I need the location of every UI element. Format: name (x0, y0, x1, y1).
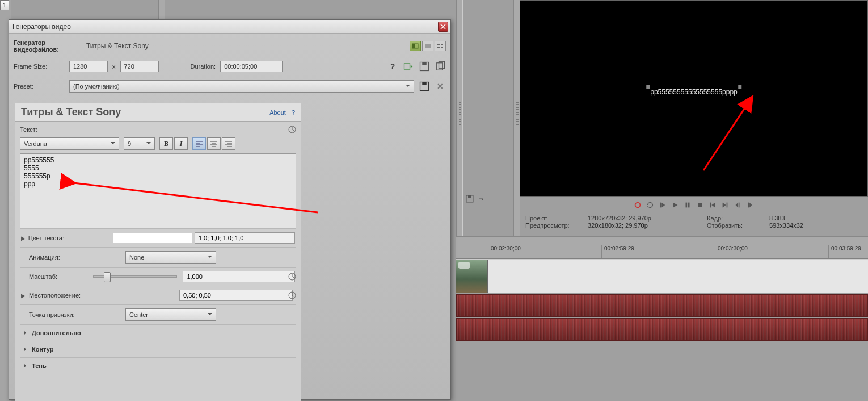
section-outline[interactable]: Контур (20, 341, 296, 357)
align-left-button[interactable] (192, 137, 206, 150)
play-start-button[interactable] (658, 200, 667, 210)
save-preset-icon[interactable] (419, 61, 430, 72)
keyframe-clock-icon[interactable] (288, 273, 296, 281)
play-button[interactable] (671, 200, 680, 210)
expand-arrow[interactable]: ▶ (21, 235, 26, 241)
audio-clip-1[interactable] (456, 294, 868, 317)
view-mode-list[interactable] (422, 41, 433, 51)
keyframe-clock-icon[interactable] (288, 126, 296, 133)
location-label: Местоположение: (29, 292, 179, 299)
stop-button[interactable] (696, 200, 705, 210)
view-mode-toggle (410, 41, 446, 51)
audio-clip-2[interactable] (456, 318, 868, 341)
svg-rect-13 (437, 44, 440, 45)
chevron-right-icon (24, 347, 28, 352)
video-track[interactable] (456, 259, 868, 293)
svg-rect-5 (688, 203, 690, 208)
frame-height-input[interactable] (120, 61, 159, 72)
font-select[interactable]: Verdana (20, 137, 119, 150)
pause-button[interactable] (683, 200, 692, 210)
expand-arrow[interactable]: ▶ (21, 293, 27, 299)
scale-slider[interactable] (93, 275, 177, 278)
chevron-down-icon (208, 254, 212, 261)
section-outline-label: Контур (32, 346, 53, 353)
animation-select[interactable]: None (125, 251, 216, 264)
preview-title-overlay[interactable]: pp55555555555555555pppp (648, 87, 740, 97)
help-icon[interactable]: ? (387, 61, 398, 72)
align-group (192, 137, 235, 150)
record-button[interactable] (633, 200, 642, 210)
section-more[interactable]: Дополнительно (20, 324, 296, 341)
apply-media-icon[interactable] (403, 61, 414, 72)
chevron-down-icon (111, 140, 115, 148)
save-icon[interactable] (465, 194, 474, 203)
preview-status: Проект: 1280x720x32; 29,970p Кадр: 8 383… (520, 214, 868, 230)
step-fwd-button[interactable] (745, 200, 755, 210)
view-mode-grid[interactable] (435, 41, 446, 51)
font-size-value: 9 (128, 140, 131, 147)
delete-preset-button[interactable]: ✕ (435, 82, 446, 91)
text-color-swatch[interactable] (113, 233, 193, 243)
transport-controls (520, 199, 868, 211)
mini-toolbar (465, 194, 486, 203)
ruler-mark: 00:03:59;29 (828, 245, 861, 258)
splitter-vert-1[interactable] (158, 0, 165, 20)
go-end-button[interactable] (720, 200, 730, 210)
preview-label: Предпросмотр: (525, 222, 582, 229)
svg-rect-1 (468, 195, 471, 198)
step-back-button[interactable] (733, 200, 742, 210)
dialog-toolbar: Генератор видеофайлов: Титры & Текст Son… (9, 34, 450, 98)
preview-panel: pp55555555555555555pppp Проект: 1280x720… (520, 0, 868, 236)
track-number-box: 1 (0, 0, 9, 10)
display-value: 593x334x32 (769, 222, 837, 229)
frame-x: x (112, 63, 116, 70)
svg-rect-10 (748, 203, 749, 208)
duration-input[interactable] (220, 61, 283, 72)
copy-icon[interactable] (435, 61, 446, 72)
dialog-titlebar[interactable]: Генераторы видео (9, 20, 450, 34)
ruler-mark: 00:02:30;00 (488, 245, 521, 258)
view-mode-editor[interactable] (410, 41, 421, 51)
align-center-button[interactable] (207, 137, 221, 150)
preview-video: pp55555555555555555pppp (520, 0, 868, 197)
go-start-button[interactable] (708, 200, 717, 210)
loop-button[interactable] (646, 200, 655, 210)
frame-width-input[interactable] (69, 61, 108, 72)
effect-title: Титры & Текст Sony (21, 106, 269, 118)
ruler-mark: 00:02:59;29 (601, 245, 634, 258)
close-button[interactable] (438, 22, 448, 32)
scale-value[interactable] (183, 271, 295, 282)
italic-button[interactable]: I (174, 137, 188, 150)
svg-rect-3 (660, 203, 661, 208)
about-link[interactable]: About (269, 109, 286, 116)
project-label: Проект: (525, 215, 582, 222)
svg-rect-8 (727, 203, 728, 208)
timeline-ruler[interactable]: 00:02:30;00 00:02:59;29 00:03:30;00 00:0… (456, 245, 868, 259)
save-preset-button[interactable] (419, 81, 430, 91)
anchor-value: Center (129, 311, 148, 318)
timeline: 00:02:30;00 00:02:59;29 00:03:30;00 00:0… (456, 245, 868, 401)
help-link[interactable]: ? (292, 109, 295, 116)
svg-rect-4 (686, 203, 688, 208)
preset-select[interactable]: (По умолчанию) (69, 80, 414, 93)
scale-label: Масштаб: (29, 273, 94, 280)
svg-rect-9 (739, 203, 740, 208)
svg-rect-6 (698, 203, 702, 207)
video-generators-dialog: Генераторы видео Генератор видеофайлов: … (9, 19, 451, 400)
duration-label: Duration: (191, 63, 216, 70)
arrow-icon[interactable] (477, 194, 486, 203)
font-size-select[interactable]: 9 (124, 137, 155, 150)
text-input[interactable]: pp555555 5555 555555p ppp (20, 153, 296, 228)
anchor-select[interactable]: Center (125, 308, 216, 321)
bold-button[interactable]: B (159, 137, 173, 150)
keyframe-clock-icon[interactable] (288, 291, 296, 299)
text-label: Текст: (20, 126, 37, 133)
section-shadow[interactable]: Тень (20, 357, 296, 374)
text-color-value[interactable] (195, 232, 295, 244)
location-value[interactable] (179, 290, 293, 301)
splitter-vert-2[interactable] (456, 0, 463, 245)
video-clip-thumb[interactable] (456, 260, 488, 293)
frame-value: 8 383 (769, 215, 837, 222)
align-right-button[interactable] (222, 137, 235, 150)
slider-thumb[interactable] (104, 272, 111, 282)
